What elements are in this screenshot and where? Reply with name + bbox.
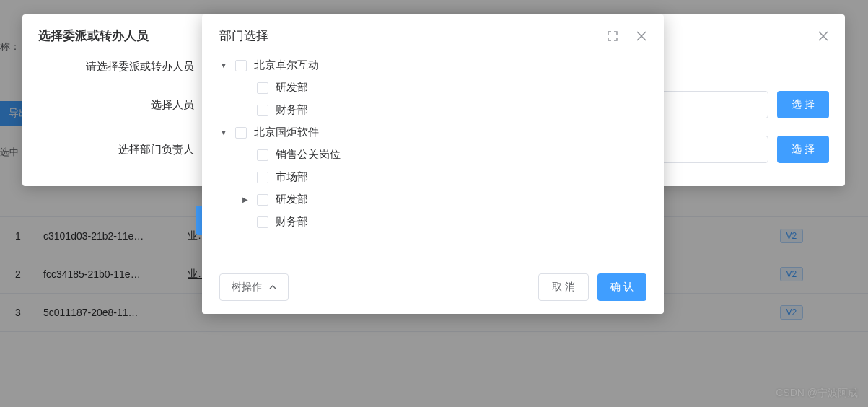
- tree-item[interactable]: 市场部: [219, 166, 646, 188]
- tree-checkbox[interactable]: [257, 82, 268, 94]
- tree-item[interactable]: ▼北京国炬软件: [219, 121, 646, 144]
- caret-icon[interactable]: ▼: [219, 128, 228, 136]
- confirm-button[interactable]: 确 认: [597, 273, 646, 301]
- footer-right: 取 消 确 认: [538, 273, 646, 301]
- caret-icon[interactable]: ▶: [241, 196, 250, 204]
- form-label: 请选择委派或转办人员: [38, 60, 204, 74]
- dept-modal-title: 部门选择: [219, 27, 268, 44]
- select-person-button[interactable]: 选 择: [777, 91, 829, 118]
- caret-icon[interactable]: ▼: [219, 61, 228, 69]
- tree-item[interactable]: 研发部: [219, 76, 646, 99]
- tree-ops-button[interactable]: 树操作: [219, 273, 289, 301]
- tree-label: 北京国炬软件: [254, 126, 319, 139]
- tree-checkbox[interactable]: [257, 105, 268, 116]
- dept-modal-footer: 树操作 取 消 确 认: [202, 263, 664, 314]
- chevron-up-icon: [269, 284, 276, 290]
- assign-modal-title: 选择委派或转办人员: [38, 27, 149, 44]
- tree-checkbox[interactable]: [257, 149, 268, 161]
- tree-item[interactable]: 财务部: [219, 99, 646, 121]
- tree-item[interactable]: ▶研发部: [219, 188, 646, 211]
- select-dept-button[interactable]: 选 择: [777, 136, 829, 163]
- tree-label: 市场部: [276, 170, 308, 184]
- tree-label: 销售公关岗位: [276, 148, 341, 162]
- tree-checkbox[interactable]: [257, 172, 268, 183]
- tree-item[interactable]: 销售公关岗位: [219, 144, 646, 166]
- dept-tree: ▼北京卓尔互动研发部财务部▼北京国炬软件销售公关岗位市场部▶研发部财务部: [202, 54, 664, 263]
- form-label: 选择部门负责人: [38, 143, 204, 157]
- tree-checkbox[interactable]: [235, 127, 247, 139]
- dept-modal-header: 部门选择: [202, 14, 664, 54]
- close-icon[interactable]: [636, 31, 646, 41]
- cancel-button[interactable]: 取 消: [538, 273, 589, 301]
- close-icon[interactable]: [817, 30, 829, 42]
- tree-ops-label: 树操作: [232, 281, 262, 294]
- tree-checkbox[interactable]: [235, 60, 247, 71]
- tree-item[interactable]: 财务部: [219, 211, 646, 233]
- tree-label: 研发部: [276, 193, 308, 206]
- tree-checkbox[interactable]: [257, 194, 268, 206]
- watermark: CSDN @宁波阿成: [776, 387, 858, 400]
- tree-label: 财务部: [276, 215, 308, 229]
- form-label: 选择人员: [38, 98, 204, 112]
- tree-label: 北京卓尔互动: [254, 58, 319, 72]
- tree-label: 财务部: [276, 103, 308, 117]
- fullscreen-icon[interactable]: [608, 31, 618, 41]
- dept-select-modal: 部门选择 ▼北京卓尔互动研发部财务部▼北京国炬软件销售公关岗位市场部▶研发部财务…: [202, 14, 664, 314]
- tree-checkbox[interactable]: [257, 216, 268, 228]
- dept-modal-actions: [608, 31, 646, 41]
- tree-item[interactable]: ▼北京卓尔互动: [219, 54, 646, 76]
- tree-label: 研发部: [276, 81, 308, 95]
